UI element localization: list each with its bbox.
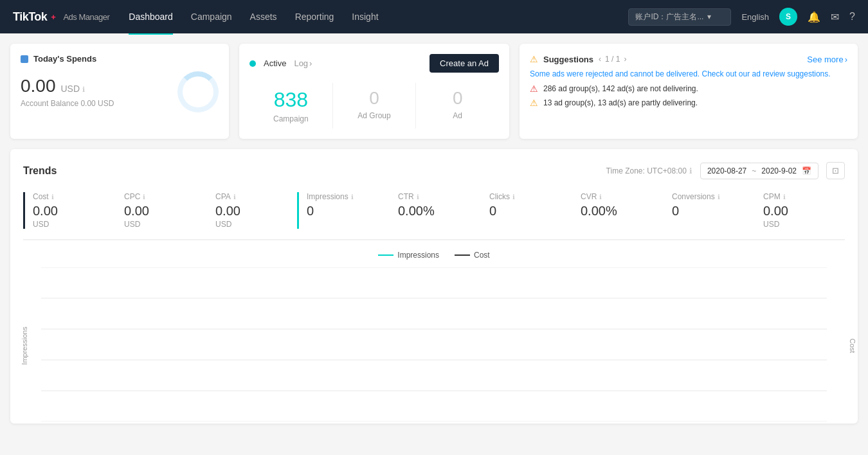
metric-value-cvr: 0.00% (581, 204, 655, 219)
legend-label-cost: Cost (474, 251, 490, 260)
account-balance: Account Balance 0.00 USD (21, 99, 114, 108)
metric-label-impressions: Impressions ℹ (307, 192, 381, 201)
active-header: Active Log › Create an Ad (249, 54, 499, 73)
suggestions-alert: Some ads were rejected and cannot be del… (530, 69, 847, 78)
chevron-right-icon: › (309, 58, 312, 68)
metric-clicks[interactable]: Clicks ℹ 0 (480, 192, 571, 229)
trends-title: Trends (23, 165, 57, 177)
language-selector[interactable]: English (741, 12, 769, 22)
active-card: Active Log › Create an Ad 838 Campaign 0… (239, 44, 509, 139)
metric-conversions[interactable]: Conversions ℹ 0 (662, 192, 754, 229)
metric-cpc[interactable]: CPC ℹ 0.00 USD (114, 192, 206, 229)
log-tab[interactable]: Log › (294, 58, 312, 68)
metric-cpa[interactable]: CPA ℹ 0.00 USD (206, 192, 297, 229)
y-axis-left-label: Impressions (21, 326, 28, 364)
sugg-next-btn[interactable]: › (624, 55, 626, 64)
chevron-down-icon: ▾ (707, 12, 711, 21)
info-icon: ℹ (143, 193, 145, 201)
legend-line-dark (455, 254, 470, 256)
nav-link-dashboard[interactable]: Dashboard (129, 9, 173, 24)
account-selector-text: 账户ID：广告主名... (635, 12, 703, 22)
info-icon: ℹ (512, 193, 515, 201)
nav-link-assets[interactable]: Assets (250, 9, 277, 24)
ad-value: 0 (421, 88, 494, 109)
suggestions-icon: ⚠ (530, 54, 538, 64)
legend-cost: Cost (455, 251, 490, 260)
active-dot (249, 60, 256, 67)
date-range-picker[interactable]: 2020-08-27 ~ 2020-9-02 📅 (700, 163, 818, 179)
metric-label-cpm: CPM ℹ (763, 192, 837, 201)
metric-cpm[interactable]: CPM ℹ 0.00 USD (754, 192, 845, 229)
chevron-right-icon: › (845, 55, 847, 64)
suggestion-text-2: 13 ad group(s), 13 ad(s) are partly deli… (543, 98, 698, 107)
donut-chart (177, 71, 219, 112)
metric-cvr[interactable]: CVR ℹ 0.00% (571, 192, 662, 229)
brand-ads-manager: Ads Manager (63, 12, 109, 22)
create-ad-button[interactable]: Create an Ad (429, 54, 499, 73)
timezone-label: Time Zone: UTC+08:00 ℹ (606, 166, 692, 175)
export-button[interactable]: ⊡ (826, 162, 845, 179)
navbar-right: 账户ID：广告主名... ▾ English S 🔔 ✉ ? (628, 8, 855, 26)
suggestion-text-1: 286 ad group(s), 142 ad(s) are not deliv… (543, 84, 698, 93)
chart-container: 5 4 3 2 1 5 4 3 2 1 Impressions Cost (23, 267, 845, 424)
trends-card: Trends Time Zone: UTC+08:00 ℹ 2020-08-27… (10, 149, 858, 424)
active-tabs: Active Log › (249, 58, 312, 68)
info-icon: ℹ (689, 166, 692, 175)
legend-line-cyan (378, 254, 393, 256)
spends-currency: USD (61, 84, 80, 94)
y-axis-right-label: Cost (849, 338, 857, 353)
metric-label-cvr: CVR ℹ (581, 192, 655, 201)
top-cards-row: Today's Spends 0.00 USD ℹ Account Balanc… (10, 44, 858, 139)
sugg-prev-btn[interactable]: ‹ (599, 55, 601, 64)
spends-value: 0.00 (21, 76, 56, 96)
bell-icon[interactable]: 🔔 (808, 11, 820, 23)
sugg-title-row: ⚠ Suggestions ‹ 1 / 1 › (530, 54, 626, 64)
metric-value-impressions: 0 (307, 204, 381, 219)
mail-icon[interactable]: ✉ (831, 11, 839, 23)
metrics-row: Cost ℹ 0.00 USD CPC ℹ 0.00 USD CPA ℹ (23, 192, 845, 240)
brand-plus: + (51, 12, 55, 22)
legend-label-impressions: Impressions (397, 251, 439, 260)
metric-sub-cpc: USD (124, 220, 198, 229)
trend-chart: 5 4 3 2 1 5 4 3 2 1 (41, 267, 827, 422)
ad-group-value: 0 (338, 88, 411, 109)
spends-left: 0.00 USD ℹ Account Balance 0.00 USD (21, 76, 114, 108)
metric-label-cost: Cost ℹ (33, 192, 107, 201)
chart-legend: Impressions Cost (23, 251, 845, 260)
today-spends-card: Today's Spends 0.00 USD ℹ Account Balanc… (10, 44, 229, 139)
spends-icon (21, 55, 28, 63)
metric-label-clicks: Clicks ℹ (489, 192, 563, 201)
info-icon: ℹ (599, 193, 602, 201)
nav-link-reporting[interactable]: Reporting (295, 9, 334, 24)
metric-impressions[interactable]: Impressions ℹ 0 (297, 192, 388, 229)
metric-label-cpa: CPA ℹ (215, 192, 289, 201)
active-tab[interactable]: Active (264, 58, 286, 68)
metric-value-ctr: 0.00% (398, 204, 472, 219)
active-stats: 838 Campaign 0 Ad Group 0 Ad (249, 83, 499, 129)
date-separator: ~ (752, 166, 756, 175)
metric-label-conversions: Conversions ℹ (672, 192, 746, 201)
metric-label-ctr: CTR ℹ (398, 192, 472, 201)
card-header: Today's Spends (21, 54, 219, 64)
date-end: 2020-9-02 (761, 166, 797, 175)
info-icon: ℹ (718, 193, 720, 201)
help-icon[interactable]: ? (849, 11, 855, 22)
info-icon: ℹ (351, 193, 354, 201)
avatar[interactable]: S (779, 8, 797, 26)
spends-info-icon: ℹ (82, 85, 85, 94)
account-selector[interactable]: 账户ID：广告主名... ▾ (628, 8, 731, 26)
trends-header: Trends Time Zone: UTC+08:00 ℹ 2020-08-27… (23, 162, 845, 179)
ad-stat: 0 Ad (415, 83, 499, 129)
metric-label-cpc: CPC ℹ (124, 192, 198, 201)
nav-link-insight[interactable]: Insight (352, 9, 378, 24)
nav-link-campaign[interactable]: Campaign (191, 9, 232, 24)
ad-group-label: Ad Group (338, 111, 411, 120)
metric-cost[interactable]: Cost ℹ 0.00 USD (23, 192, 114, 229)
metric-ctr[interactable]: CTR ℹ 0.00% (388, 192, 480, 229)
info-icon: ℹ (233, 193, 236, 201)
main-content: Today's Spends 0.00 USD ℹ Account Balanc… (0, 33, 868, 434)
metric-value-cpm: 0.00 (763, 204, 837, 219)
trends-right: Time Zone: UTC+08:00 ℹ 2020-08-27 ~ 2020… (606, 162, 845, 179)
info-icon: ℹ (783, 193, 786, 201)
see-more-link[interactable]: See more › (807, 55, 847, 64)
